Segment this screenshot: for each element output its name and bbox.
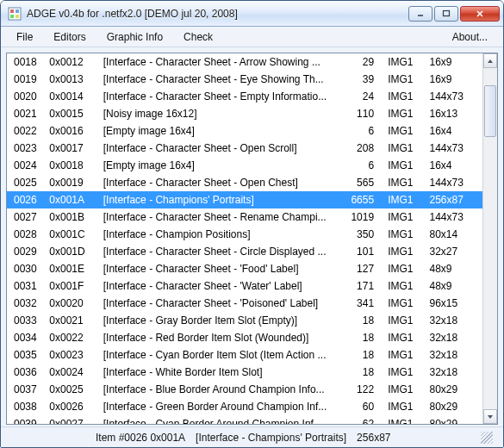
cell-num: 39 [341,71,384,88]
svg-rect-3 [10,15,14,18]
svg-rect-4 [16,15,19,18]
cell-img: IMG1 [384,122,426,140]
table-row[interactable]: 00320x0020[Interface - Character Sheet -… [7,295,482,312]
cell-num: 60 [341,398,384,415]
app-window: ADGE v0.4b for .netfx2.0 [DEMO jul 20, 2… [0,0,504,448]
cell-hex: 0x0026 [46,398,99,415]
table-row[interactable]: 00220x0016[Empty image 16x4]6IMG116x4 [7,122,482,140]
cell-dim: 144x73 [426,140,482,157]
cell-desc: [Noisy image 16x12] [100,105,341,122]
cell-hex: 0x0012 [46,53,99,71]
minimize-button[interactable] [408,6,432,22]
cell-num: 565 [341,174,384,191]
scroll-thumb[interactable] [484,85,496,137]
table-row[interactable]: 00260x001A[Interface - Champions' Portra… [7,191,482,208]
cell-desc: [Interface - Blue Border Around Champion… [100,381,341,398]
cell-idx: 0025 [7,174,46,191]
table-row[interactable]: 00340x0022[Interface - Red Border Item S… [7,329,482,346]
table-row[interactable]: 00190x0013[Interface - Character Sheet -… [7,71,482,88]
cell-dim: 16x9 [426,71,482,88]
table-row[interactable]: 00300x001E[Interface - Character Sheet -… [7,260,482,277]
table-row[interactable]: 00210x0015[Noisy image 16x12]110IMG116x1… [7,105,482,122]
table-row[interactable]: 00370x0025[Interface - Blue Border Aroun… [7,381,482,398]
cell-hex: 0x001B [46,208,99,226]
menu-graphic-info[interactable]: Graphic Info [96,28,173,46]
cell-num: 62 [341,415,384,424]
cell-desc: [Interface - White Border Item Slot] [100,364,341,381]
table-row[interactable]: 00290x001D[Interface - Character Sheet -… [7,243,482,260]
cell-desc: [Empty image 16x4] [100,157,341,174]
cell-img: IMG1 [384,71,426,88]
cell-num: 110 [341,105,384,122]
table-row[interactable]: 00310x001F[Interface - Character Sheet -… [7,277,482,295]
cell-hex: 0x0015 [46,105,99,122]
cell-img: IMG1 [384,88,426,105]
app-icon [8,7,22,21]
scroll-up-button[interactable] [483,53,497,68]
cell-num: 6 [341,122,384,140]
cell-hex: 0x0014 [46,88,99,105]
cell-desc: [Interface - Gray Border Item Slot (Empt… [100,312,341,329]
table-row[interactable]: 00240x0018[Empty image 16x4]6IMG116x4 [7,157,482,174]
cell-num: 6 [341,157,384,174]
table-row[interactable]: 00390x0027[Interface - Cyan Border Aroun… [7,415,482,424]
table-row[interactable]: 00230x0017[Interface - Character Sheet -… [7,140,482,157]
table-row[interactable]: 00280x001C[Interface - Champion Position… [7,226,482,243]
svg-rect-2 [16,9,19,13]
svg-rect-1 [10,9,14,13]
cell-idx: 0031 [7,277,46,295]
cell-desc: [Interface - Character Sheet - Empty Inf… [100,88,341,105]
menu-editors[interactable]: Editors [43,28,96,46]
cell-img: IMG1 [384,295,426,312]
table-row[interactable]: 00200x0014[Interface - Character Sheet -… [7,88,482,105]
cell-idx: 0030 [7,260,46,277]
cell-desc: [Interface - Character Sheet - 'Food' La… [100,260,341,277]
table-row[interactable]: 00270x001B[Interface - Character Sheet -… [7,208,482,226]
maximize-button[interactable] [434,6,458,22]
menu-check[interactable]: Check [173,28,223,46]
cell-img: IMG1 [384,398,426,415]
resize-grip-icon[interactable] [481,432,493,444]
cell-img: IMG1 [384,415,426,424]
cell-dim: 80x14 [426,226,482,243]
list-view[interactable]: 00180x0012[Interface - Character Sheet -… [7,53,482,424]
cell-num: 171 [341,277,384,295]
window-title: ADGE v0.4b for .netfx2.0 [DEMO jul 20, 2… [27,8,408,20]
cell-hex: 0x0027 [46,415,99,424]
cell-dim: 256x87 [426,191,482,208]
menu-file[interactable]: File [6,28,43,46]
cell-desc: [Interface - Character Sheet - Rename Ch… [100,208,341,226]
cell-num: 127 [341,260,384,277]
cell-dim: 48x9 [426,260,482,277]
table-row[interactable]: 00380x0026[Interface - Green Border Arou… [7,398,482,415]
cell-hex: 0x0022 [46,329,99,346]
table-row[interactable]: 00180x0012[Interface - Character Sheet -… [7,53,482,71]
cell-desc: [Interface - Character Sheet - 'Poisoned… [100,295,341,312]
close-button[interactable] [460,6,500,22]
titlebar[interactable]: ADGE v0.4b for .netfx2.0 [DEMO jul 20, 2… [1,1,503,27]
cell-num: 18 [341,329,384,346]
table-row[interactable]: 00350x0023[Interface - Cyan Border Item … [7,346,482,364]
cell-idx: 0039 [7,415,46,424]
table-row[interactable]: 00250x0019[Interface - Character Sheet -… [7,174,482,191]
scroll-down-button[interactable] [483,409,497,424]
status-item: Item #0026 0x001A [96,432,185,444]
cell-dim: 80x29 [426,415,482,424]
menu-about[interactable]: About... [442,28,498,46]
scroll-track[interactable] [483,68,497,409]
cell-num: 208 [341,140,384,157]
cell-num: 341 [341,295,384,312]
cell-idx: 0035 [7,346,46,364]
cell-dim: 16x13 [426,105,482,122]
cell-idx: 0019 [7,71,46,88]
cell-img: IMG1 [384,208,426,226]
vertical-scrollbar[interactable] [482,53,497,424]
table-row[interactable]: 00330x0021[Interface - Gray Border Item … [7,312,482,329]
table-row[interactable]: 00360x0024[Interface - White Border Item… [7,364,482,381]
cell-idx: 0032 [7,295,46,312]
cell-img: IMG1 [384,157,426,174]
window-controls [408,6,500,22]
cell-hex: 0x001F [46,277,99,295]
cell-hex: 0x0017 [46,140,99,157]
cell-idx: 0021 [7,105,46,122]
